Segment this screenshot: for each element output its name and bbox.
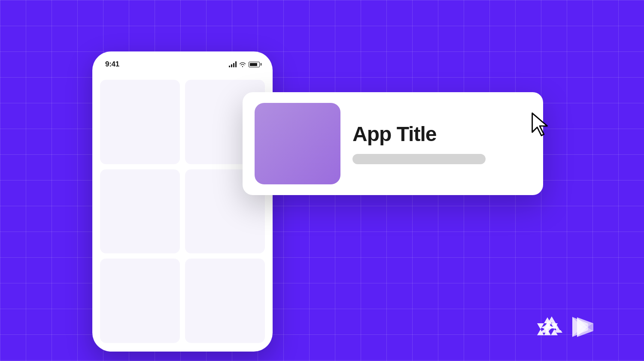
app-grid-item	[100, 80, 180, 164]
app-grid-item	[100, 169, 180, 254]
store-logos	[538, 314, 598, 340]
cursor-svg	[530, 111, 552, 137]
app-subtitle-bar	[352, 154, 486, 164]
app-card: App Title	[243, 92, 543, 195]
wifi-icon	[239, 62, 246, 67]
app-grid-item	[185, 259, 265, 343]
app-title: App Title	[352, 123, 531, 146]
battery-icon	[249, 62, 260, 67]
cursor-pointer	[530, 111, 552, 137]
phone-time: 9:41	[105, 60, 119, 69]
appstore-logo	[538, 314, 565, 340]
signal-icon	[229, 61, 237, 67]
card-info: App Title	[352, 123, 531, 165]
status-bar: 9:41	[93, 52, 272, 73]
playstore-logo	[573, 315, 598, 340]
status-icons	[229, 61, 260, 67]
app-grid-item	[100, 259, 180, 343]
app-icon	[255, 103, 340, 184]
